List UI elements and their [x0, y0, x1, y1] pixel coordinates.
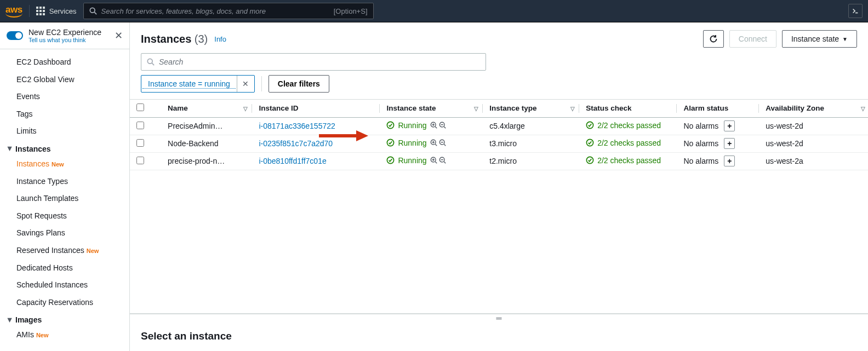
svg-point-0 [90, 8, 95, 13]
services-menu-button[interactable]: Services [36, 7, 77, 15]
cell-alarm-status: No alarms+ [677, 117, 759, 135]
new-experience-banner: New EC2 Experience Tell us what you thin… [0, 22, 129, 49]
sidebar-item[interactable]: Reserved InstancesNew [0, 242, 129, 260]
global-search-input[interactable] [101, 7, 329, 15]
sidebar-item-label: Dedicated Hosts [16, 263, 73, 272]
sidebar-item[interactable]: EC2 Dashboard [0, 54, 129, 71]
table-empty-space [130, 170, 868, 314]
col-instance-type[interactable]: Instance type▽ [483, 100, 579, 117]
col-name[interactable]: Name▽ [161, 100, 252, 117]
state-zoom-icons[interactable] [430, 157, 447, 164]
sidebar-item[interactable]: Scheduled Instances [0, 277, 129, 294]
col-status-check[interactable]: Status check [579, 100, 677, 117]
sidebar-section-images-label: Images [15, 315, 42, 324]
aws-logo[interactable]: aws [5, 4, 22, 18]
check-circle-icon [586, 156, 594, 164]
cell-status-check: 2/2 checks passed [579, 135, 677, 152]
global-search-wrapper: [Option+S] [83, 3, 374, 19]
svg-line-9 [435, 126, 437, 128]
filter-divider [261, 76, 262, 91]
table-row[interactable]: precise-prod-n…i-0be810ffd1ff7c01eRunnin… [130, 152, 868, 170]
caret-down-icon: ▼ [842, 36, 848, 42]
sidebar-item-label: Spot Requests [16, 211, 67, 220]
new-experience-feedback-link[interactable]: Tell us what you think [28, 37, 109, 43]
remove-filter-button[interactable]: ✕ [237, 75, 254, 93]
sidebar-item[interactable]: Launch Templates [0, 190, 129, 208]
table-row[interactable]: Node-Backendi-0235f851c7c7a2d70Runningt3… [130, 135, 868, 152]
caret-down-icon: ▶ [7, 318, 13, 322]
sort-icon[interactable]: ▽ [243, 105, 248, 111]
global-search-box[interactable]: [Option+S] [83, 3, 374, 19]
filter-chip-label[interactable]: Instance state = running [142, 79, 236, 89]
state-zoom-icons[interactable] [430, 139, 447, 147]
refresh-icon [709, 34, 718, 43]
cell-instance-id: i-0be810ffd1ff7c01e [252, 152, 380, 170]
sidebar-item[interactable]: Events [0, 88, 129, 106]
info-link[interactable]: Info [214, 35, 226, 43]
table-search-input[interactable] [159, 57, 480, 66]
cell-instance-state: Running [380, 135, 483, 152]
check-circle-icon [586, 121, 594, 129]
sidebar-item[interactable]: EC2 Global View [0, 71, 129, 89]
svg-line-18 [435, 144, 437, 146]
table-search-box[interactable] [141, 53, 486, 71]
cell-name: PreciseAdmin… [161, 117, 252, 135]
sort-icon[interactable]: ▽ [570, 105, 575, 111]
instances-table-wrap: Name▽ Instance ID Instance state▽ Instan… [130, 99, 868, 170]
cell-instance-id: i-08171ac336e155722 [252, 117, 380, 135]
row-checkbox[interactable] [136, 157, 144, 164]
top-navigation: aws Services [Option+S] [0, 0, 868, 22]
instance-id-link[interactable]: i-0be810ffd1ff7c01e [259, 157, 326, 165]
sidebar-item-label: Instance Types [16, 177, 68, 186]
sidebar-item[interactable]: Spot Requests [0, 208, 129, 225]
panel-drag-handle[interactable]: ═ [130, 314, 868, 321]
instance-id-link[interactable]: i-0235f851c7c7a2d70 [259, 139, 333, 148]
col-alarm-status[interactable]: Alarm status [677, 100, 759, 117]
col-instance-id[interactable]: Instance ID [252, 100, 380, 117]
add-alarm-button[interactable]: + [724, 138, 735, 149]
sort-icon[interactable]: ▽ [474, 105, 478, 111]
sidebar-item[interactable]: Tags [0, 106, 129, 123]
clear-filters-button[interactable]: Clear filters [269, 75, 329, 93]
sidebar-item[interactable]: InstancesNew [0, 156, 129, 173]
select-all-checkbox[interactable] [136, 103, 144, 111]
sidebar-section-instances-label: Instances [15, 145, 51, 153]
cell-instance-state: Running [380, 117, 483, 135]
col-availability-zone[interactable]: Availability Zone▽ [759, 100, 868, 117]
col-instance-state[interactable]: Instance state▽ [380, 100, 483, 117]
sidebar-item[interactable]: AMIsNew [0, 326, 129, 344]
sidebar-item[interactable]: Savings Plans [0, 225, 129, 242]
sidebar-item-label: Instances [16, 159, 49, 168]
close-icon[interactable]: ✕ [115, 31, 123, 41]
sidebar-item[interactable]: Instance Types [0, 173, 129, 191]
state-zoom-icons[interactable] [430, 122, 447, 129]
svg-line-27 [435, 162, 437, 163]
sidebar-section-instances[interactable]: ▶ Instances [0, 140, 129, 156]
refresh-button[interactable] [703, 30, 724, 48]
instance-id-link[interactable]: i-08171ac336e155722 [259, 122, 335, 130]
sidebar-item-label: Scheduled Instances [16, 280, 88, 289]
cell-name: Node-Backend [161, 135, 252, 152]
svg-line-1 [94, 12, 96, 14]
cloudshell-button[interactable] [848, 4, 863, 18]
sidebar-item[interactable]: Capacity Reservations [0, 294, 129, 312]
sidebar-item[interactable]: Dedicated Hosts [0, 260, 129, 277]
instance-state-button[interactable]: Instance state ▼ [782, 30, 857, 48]
svg-line-13 [444, 126, 446, 128]
row-checkbox[interactable] [136, 122, 144, 129]
row-checkbox[interactable] [136, 139, 144, 147]
sort-icon[interactable]: ▽ [861, 105, 865, 111]
add-alarm-button[interactable]: + [724, 120, 735, 131]
sidebar-item[interactable]: Limits [0, 123, 129, 140]
add-alarm-button[interactable]: + [724, 156, 735, 166]
new-badge: New [36, 332, 49, 338]
connect-button[interactable]: Connect [729, 30, 776, 48]
instances-table: Name▽ Instance ID Instance state▽ Instan… [130, 100, 868, 170]
table-row[interactable]: PreciseAdmin…i-08171ac336e155722Runningc… [130, 117, 868, 135]
new-experience-toggle[interactable] [7, 31, 23, 40]
sidebar-section-images[interactable]: ▶ Images [0, 311, 129, 326]
cell-availability-zone: us-west-2d [759, 117, 868, 135]
filter-chip-instance-state: Instance state = running ✕ [141, 75, 255, 93]
caret-down-icon: ▶ [7, 147, 13, 151]
select-all-header [130, 100, 161, 117]
